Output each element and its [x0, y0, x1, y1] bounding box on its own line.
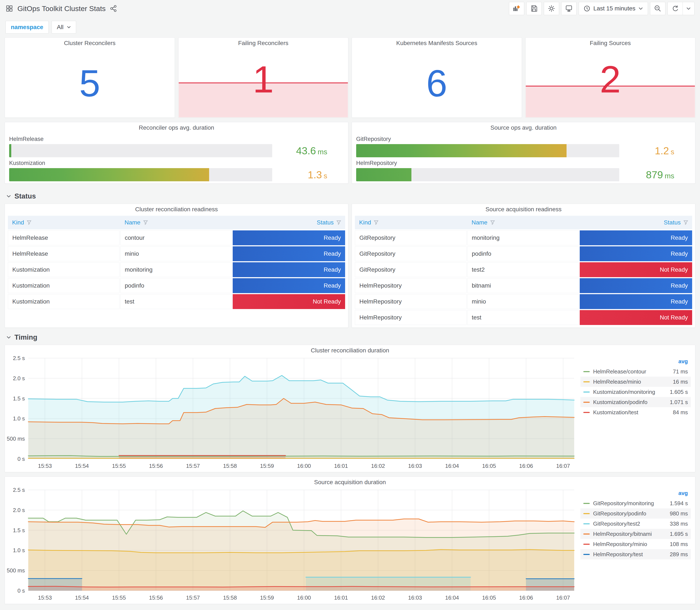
save-dashboard-button[interactable]	[526, 2, 542, 15]
chevron-down-icon	[686, 7, 691, 10]
namespace-variable-value-dropdown[interactable]: All	[52, 21, 76, 34]
column-header-status[interactable]: Status	[233, 219, 345, 226]
source-acquisition-chart[interactable]: 0 s500 ms1.0 s1.5 s2.0 s2.5 s15:5315:541…	[7, 487, 577, 602]
refresh-button[interactable]	[667, 2, 683, 15]
svg-text:15:59: 15:59	[260, 463, 274, 469]
table-row: HelmRepository test Not Ready	[355, 310, 692, 325]
namespace-variable-label[interactable]: namespace	[5, 21, 49, 34]
gauge-value: 1.3s	[272, 169, 340, 181]
template-variables-bar: namespace All	[0, 17, 700, 35]
bargauge-panel-source-ops: Source ops avg. duration GitRepository 1…	[352, 122, 695, 183]
zoom-out-button[interactable]	[650, 2, 665, 15]
section-header-timing[interactable]: Timing	[5, 330, 695, 345]
clock-icon	[584, 5, 590, 12]
cluster-reconciliation-chart[interactable]: 0 s500 ms1.0 s1.5 s2.0 s2.5 s15:5315:541…	[7, 355, 577, 470]
gauge-row: HelmRelease 43.6ms	[9, 136, 340, 157]
add-panel-icon	[512, 5, 521, 12]
stat-value: 2	[525, 58, 695, 101]
panel-title[interactable]: Cluster Reconcilers	[5, 38, 175, 49]
gauge-track	[356, 168, 619, 181]
series-color-dash	[583, 533, 590, 534]
status-badge: Ready	[233, 246, 345, 261]
legend-item[interactable]: GitRepository/podinfo 980 ms	[580, 509, 691, 519]
section-header-status[interactable]: Status	[5, 188, 695, 204]
svg-text:15:54: 15:54	[75, 594, 89, 601]
svg-text:1.5 s: 1.5 s	[13, 395, 25, 402]
timeseries-panel-source-acquisition: Source acquisition duration 0 s500 ms1.0…	[5, 477, 695, 604]
gauge-track	[9, 168, 272, 181]
stat-panel-failing-sources: Failing Sources 2	[525, 37, 696, 118]
table-row: GitRepository monitoring Ready	[355, 230, 692, 245]
column-header-name[interactable]: Name	[120, 219, 233, 226]
monitor-icon	[565, 5, 573, 12]
refresh-interval-dropdown[interactable]	[683, 2, 695, 15]
series-color-dash	[583, 554, 590, 555]
column-header-status[interactable]: Status	[580, 219, 692, 226]
panel-title[interactable]: Cluster reconciliation readiness	[5, 204, 348, 215]
status-badge: Ready	[233, 262, 345, 277]
column-header-kind[interactable]: Kind	[8, 219, 120, 226]
panel-title[interactable]: Failing Reconcilers	[179, 38, 348, 49]
svg-text:1.5 s: 1.5 s	[13, 527, 25, 533]
svg-text:1.0 s: 1.0 s	[13, 547, 25, 553]
share-icon[interactable]	[110, 5, 117, 12]
panel-title[interactable]: Reconciler ops avg. duration	[5, 122, 348, 133]
svg-text:15:57: 15:57	[186, 594, 200, 601]
dashboard-settings-button[interactable]	[544, 2, 559, 15]
table-row: GitRepository podinfo Ready	[355, 246, 692, 261]
svg-text:16:07: 16:07	[556, 594, 570, 601]
panel-title[interactable]: Source ops avg. duration	[352, 122, 695, 133]
series-color-dash	[583, 402, 590, 403]
gauge-track	[356, 144, 619, 157]
column-header-kind[interactable]: Kind	[355, 219, 467, 226]
chart-legend: avg GitRepository/monitoring 1.594 s Git…	[580, 489, 691, 559]
legend-item[interactable]: HelmRepository/test 289 ms	[580, 549, 691, 559]
cycle-view-button[interactable]	[561, 2, 576, 15]
timeseries-plot-svg: 0 s500 ms1.0 s1.5 s2.0 s2.5 s15:5315:541…	[7, 487, 577, 602]
legend-item[interactable]: GitRepository/monitoring 1.594 s	[580, 498, 691, 509]
panel-title[interactable]: Source acquisition duration	[5, 477, 695, 488]
legend-item[interactable]: Kustomization/monitoring 1.605 s	[580, 387, 691, 397]
legend-item[interactable]: GitRepository/test2 338 ms	[580, 519, 691, 529]
status-tables-row: Cluster reconciliation readiness Kind Na…	[5, 204, 695, 328]
panel-title[interactable]: Cluster reconciliation duration	[5, 345, 695, 356]
legend-item[interactable]: HelmRelease/contour 71 ms	[580, 366, 691, 376]
legend-avg-header[interactable]: avg	[580, 489, 691, 498]
bargauge-panel-reconciler-ops: Reconciler ops avg. duration HelmRelease…	[5, 122, 348, 183]
legend-item[interactable]: HelmRelease/minio 16 ms	[580, 376, 691, 387]
svg-text:15:56: 15:56	[149, 594, 163, 601]
save-icon	[531, 5, 538, 12]
series-color-dash	[583, 381, 590, 382]
panel-title[interactable]: Kubernetes Manifests Sources	[352, 38, 522, 49]
time-range-label: Last 15 minutes	[593, 5, 635, 12]
add-panel-button[interactable]	[509, 2, 524, 15]
svg-text:16:00: 16:00	[297, 463, 311, 469]
svg-text:16:04: 16:04	[445, 463, 459, 469]
table-header-row: Kind Name Status	[8, 216, 345, 229]
legend-item[interactable]: HelmRepository/minio 108 ms	[580, 539, 691, 549]
legend-item[interactable]: Kustomization/podinfo 1.071 s	[580, 397, 691, 407]
time-range-picker[interactable]: Last 15 minutes	[579, 2, 648, 15]
svg-text:15:55: 15:55	[112, 594, 126, 601]
gauge-value: 879ms	[619, 169, 687, 181]
svg-text:0 s: 0 s	[17, 588, 25, 594]
panel-title[interactable]: Failing Sources	[525, 38, 695, 49]
series-color-dash	[583, 371, 590, 372]
series-color-dash	[583, 391, 590, 392]
legend-item[interactable]: Kustomization/test 84 ms	[580, 407, 691, 417]
legend-item[interactable]: HelmRepository/bitnami 1.695 s	[580, 529, 691, 539]
gauge-value: 43.6ms	[272, 145, 340, 157]
status-badge: Not Ready	[233, 294, 345, 309]
gauge-track	[9, 144, 272, 157]
table-row: HelmRepository bitnami Ready	[355, 278, 692, 293]
column-header-name[interactable]: Name	[467, 219, 580, 226]
dashboard-grid-icon[interactable]	[5, 5, 13, 12]
svg-text:2.0 s: 2.0 s	[13, 507, 25, 513]
svg-text:16:06: 16:06	[519, 594, 533, 601]
legend-avg-header[interactable]: avg	[580, 357, 691, 366]
series-color-dash	[583, 503, 590, 504]
series-color-dash	[583, 544, 590, 545]
chevron-down-icon	[67, 26, 71, 29]
chevron-down-icon	[6, 336, 11, 339]
panel-title[interactable]: Source acquisition readiness	[352, 204, 695, 215]
